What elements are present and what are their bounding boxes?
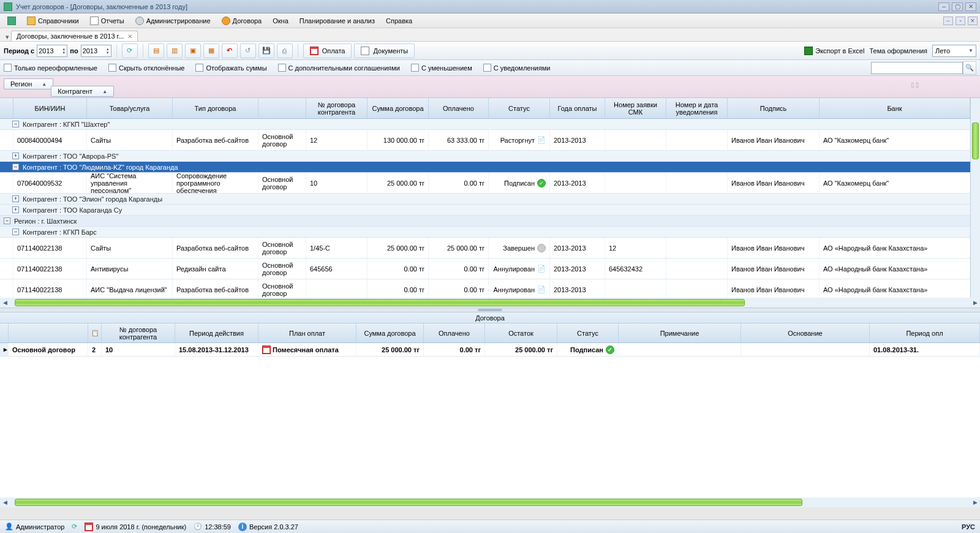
col-status[interactable]: Статус	[489, 98, 550, 118]
group-header[interactable]: +Контрагент : ТОО "Элион" города Караган…	[0, 194, 970, 205]
det-hscroll-thumb[interactable]	[15, 499, 802, 506]
group-header[interactable]: –Контрагент : КГКП Барс	[0, 227, 970, 238]
grid-vscroll[interactable]	[970, 98, 980, 298]
det-col-label[interactable]	[9, 323, 88, 342]
payment-button[interactable]: Оплата	[303, 43, 352, 58]
col-type[interactable]: Тип договора	[173, 98, 258, 118]
expand-icon[interactable]: –	[12, 229, 19, 235]
period-to-spinner[interactable]: 2013▲▼	[81, 45, 111, 57]
period-from-spinner[interactable]: 2013▲▼	[37, 45, 67, 57]
hscroll-left[interactable]: ◀	[0, 298, 10, 307]
tb-print-button[interactable]: ⎙	[277, 43, 293, 58]
group-header[interactable]: –Регион : г. Шахтинск	[0, 216, 970, 227]
det-col-status[interactable]: Статус	[557, 323, 619, 342]
col-bank[interactable]: Банк	[820, 98, 970, 118]
chk-show-sums[interactable]: Отображать суммы	[195, 64, 266, 72]
col-bin[interactable]: БИН/ИИН	[13, 98, 87, 118]
expand-icon[interactable]: –	[4, 217, 10, 224]
tb-save-button[interactable]: 💾	[258, 43, 274, 58]
tb-delete-button[interactable]: ▦	[203, 43, 219, 58]
det-hscroll-right[interactable]: ▶	[970, 498, 980, 507]
search-input[interactable]	[871, 62, 963, 74]
expand-icon[interactable]: +	[12, 206, 19, 213]
chk-hide-declined[interactable]: Скрыть отклонённые	[108, 64, 184, 72]
group-header[interactable]: +Контрагент : ТОО Караганда Су	[0, 205, 970, 216]
tab-close-icon[interactable]: ✕	[127, 33, 132, 40]
col-notif[interactable]: Номер и дата уведомления	[666, 98, 728, 118]
close-button[interactable]: ✕	[965, 2, 976, 11]
col-number[interactable]: № договора контрагента	[306, 98, 368, 118]
det-col-note[interactable]: Примечание	[619, 323, 741, 342]
col-expand[interactable]	[0, 98, 13, 118]
search-button[interactable]: 🔍	[963, 61, 976, 75]
tb-copy-button[interactable]: ▣	[185, 43, 201, 58]
table-row[interactable]: 000840000494 Сайты Разработка веб-сайтов…	[0, 130, 970, 151]
det-col-plan[interactable]: План оплат	[258, 323, 356, 342]
group-region[interactable]: Регион▲	[4, 78, 53, 89]
expand-icon[interactable]: +	[12, 153, 19, 159]
group-contragent[interactable]: Контрагент▲	[51, 86, 114, 97]
table-row[interactable]: 071140022138 Сайты Разработка веб-сайтов…	[0, 238, 970, 259]
det-rowhead[interactable]	[0, 323, 9, 342]
tb-cancel-button[interactable]: ↶	[222, 43, 238, 58]
minimize-button[interactable]: –	[938, 2, 949, 11]
grid-body[interactable]: –Контрагент : КГКП "Шахтер" 000840000494…	[0, 119, 970, 298]
det-col-period[interactable]: Период действия	[175, 323, 258, 342]
menu-references[interactable]: Справочники	[22, 15, 84, 27]
menu-windows[interactable]: Окна	[268, 15, 293, 26]
menu-admin[interactable]: Администрирование	[130, 15, 216, 27]
tb-new-button[interactable]: ▤	[148, 43, 164, 58]
grid-hscroll[interactable]: ◀ ▶	[0, 298, 980, 308]
expand-icon[interactable]: –	[12, 121, 19, 127]
menu-contracts[interactable]: Договора	[217, 15, 267, 27]
hscroll-thumb[interactable]	[15, 299, 745, 306]
menu-app-icon[interactable]	[2, 15, 21, 27]
det-hscroll-left[interactable]: ◀	[0, 498, 10, 507]
table-row[interactable]: 070640009532 АИС "Система управления пер…	[0, 173, 970, 194]
menu-help[interactable]: Справка	[381, 15, 417, 26]
splitter[interactable]	[0, 308, 980, 312]
group-panel[interactable]: Регион▲ Контрагент▲ 𓅮 𓅯	[0, 76, 980, 98]
det-col-num[interactable]: № договора контрагента	[102, 323, 175, 342]
expand-icon[interactable]: +	[12, 195, 19, 202]
col-smk[interactable]: Номер заявки СМК	[605, 98, 666, 118]
mdi-close-button[interactable]: ✕	[968, 17, 978, 25]
table-row[interactable]: 071140022138 АИС "Выдача лицензий" Разра…	[0, 279, 970, 298]
group-header[interactable]: –Контрагент : ТОО "Людмила-KZ" город Кар…	[0, 162, 970, 173]
table-row[interactable]: 071140022138 Антивирусы Редизайн сайта О…	[0, 259, 970, 279]
maximize-button[interactable]: ▢	[952, 2, 963, 11]
menu-reports[interactable]: Отчеты	[85, 15, 129, 27]
tab-contracts-2013[interactable]: Договоры, заключенные в 2013 г... ✕	[11, 31, 138, 41]
group-header[interactable]: +Контрагент : ТОО "Аврора-PS"	[0, 151, 970, 162]
menu-planning[interactable]: Планирование и анализ	[295, 15, 380, 26]
chk-only-reissued[interactable]: Только переоформленные	[4, 64, 97, 72]
col-osn[interactable]	[258, 98, 306, 118]
export-excel-button[interactable]: Экспорт в Excel	[804, 47, 864, 55]
det-col-sum[interactable]: Сумма договора	[356, 323, 424, 342]
theme-combo[interactable]: Лето▼	[932, 45, 976, 57]
mdi-minimize-button[interactable]: –	[943, 17, 953, 25]
status-refresh[interactable]: ⟳	[72, 523, 77, 531]
tb-undo-button[interactable]: ↺	[240, 43, 256, 58]
tb-refresh-button[interactable]: ⟳	[122, 43, 138, 58]
det-col-rest[interactable]: Остаток	[485, 323, 557, 342]
detail-row[interactable]: ▸ Основной договор 2 10 15.08.2013-31.12…	[0, 343, 980, 357]
tb-edit-button[interactable]: ▥	[167, 43, 183, 58]
documents-button[interactable]: Документы	[354, 43, 415, 58]
mdi-restore-button[interactable]: ▫	[956, 17, 965, 25]
det-col-paid[interactable]: Оплачено	[424, 323, 485, 342]
det-col-icon[interactable]: 📋	[88, 323, 102, 342]
col-sum[interactable]: Сумма договора	[368, 98, 429, 118]
chk-with-addl[interactable]: С дополнительными соглашениями	[278, 64, 400, 72]
det-col-plperiod[interactable]: Период опл	[870, 323, 980, 342]
vscroll-thumb[interactable]	[972, 123, 979, 159]
col-sign[interactable]: Подпись	[728, 98, 820, 118]
tab-list-dropdown[interactable]: ▾	[4, 33, 11, 41]
status-lang[interactable]: РУС	[962, 523, 975, 531]
det-col-basis[interactable]: Основание	[741, 323, 870, 342]
detail-hscroll[interactable]: ◀ ▶	[0, 497, 980, 507]
col-paid[interactable]: Оплачено	[429, 98, 489, 118]
hscroll-right[interactable]: ▶	[970, 298, 980, 307]
col-product[interactable]: Товар/услуга	[87, 98, 173, 118]
chk-with-decrease[interactable]: С уменьшением	[411, 64, 472, 72]
